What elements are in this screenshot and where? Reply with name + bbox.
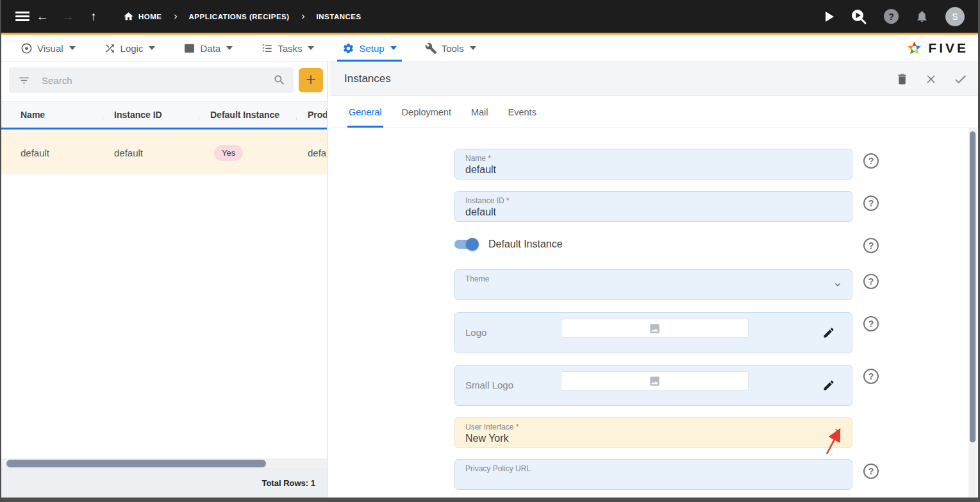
cell-instance-id: default	[103, 147, 199, 158]
plus-icon: +	[306, 71, 316, 88]
default-instance-row: Default Instance	[454, 234, 563, 255]
help-circle-icon[interactable]: ?	[863, 316, 879, 331]
vertical-scrollbar[interactable]	[968, 128, 977, 498]
detail-panel: Instances General Deployment Mail Events…	[330, 62, 978, 498]
field-label: Name *	[455, 149, 852, 163]
breadcrumb-home[interactable]: HOME	[123, 11, 162, 22]
menu-item-logic[interactable]: Logic	[103, 35, 157, 62]
help-circle-icon[interactable]: ?	[863, 369, 879, 384]
back-arrow-icon[interactable]: ←	[29, 10, 55, 24]
breadcrumb-item[interactable]: HOME	[138, 13, 162, 21]
search-box[interactable]	[9, 67, 294, 93]
small-logo-upload-box[interactable]	[561, 371, 749, 390]
help-circle-icon[interactable]: ?	[863, 238, 879, 253]
caret-down-icon	[149, 46, 155, 50]
tab-mail[interactable]: Mail	[471, 96, 488, 128]
chevron-down-icon[interactable]	[833, 425, 843, 435]
search-row: +	[1, 62, 327, 98]
help-circle-icon[interactable]: ?	[863, 464, 879, 479]
field-value: default	[455, 205, 852, 218]
help-circle-icon[interactable]: ?	[863, 196, 879, 211]
horizontal-scrollbar[interactable]	[1, 458, 327, 469]
caret-down-icon	[226, 46, 233, 50]
help-icon[interactable]: ?	[884, 9, 899, 24]
column-header-default-instance[interactable]: Default Instance	[199, 110, 296, 120]
menu-item-data[interactable]: Data	[182, 35, 234, 62]
field-value: New York	[455, 431, 852, 444]
help-circle-icon[interactable]: ?	[863, 274, 879, 289]
caret-down-icon	[308, 46, 314, 50]
privacy-policy-url-field[interactable]: Privacy Policy URL	[454, 459, 852, 490]
column-header-prod[interactable]: Prod	[296, 110, 327, 120]
default-instance-toggle[interactable]	[454, 240, 477, 249]
detail-header: Instances	[330, 62, 978, 96]
save-check-icon[interactable]	[953, 72, 968, 87]
instance-id-field[interactable]: Instance ID * default	[454, 191, 852, 222]
notifications-icon[interactable]	[915, 10, 929, 23]
window-scrollbar-bottom[interactable]	[0, 498, 980, 502]
tab-deployment[interactable]: Deployment	[402, 96, 451, 128]
logic-icon	[104, 42, 116, 54]
avatar[interactable]: S	[945, 7, 965, 26]
menu-item-setup[interactable]: Setup	[341, 35, 397, 62]
h-scrollbar-thumb[interactable]	[6, 460, 266, 467]
run-icon[interactable]	[826, 12, 834, 22]
edit-icon[interactable]	[822, 379, 835, 392]
ribbon-menu: Visual Logic Data Tasks Setup Tools	[0, 35, 980, 62]
setup-gear-icon	[342, 42, 354, 54]
menu-item-label: Data	[200, 43, 220, 54]
preview-icon[interactable]	[851, 8, 867, 25]
brand-wordmark: FIVE	[928, 40, 968, 56]
column-header-instance-id[interactable]: Instance ID	[103, 110, 199, 120]
field-label: User Interface *	[455, 418, 852, 431]
user-interface-select[interactable]: User Interface * New York	[454, 417, 852, 448]
tab-general[interactable]: General	[349, 96, 382, 128]
menu-item-label: Tasks	[278, 43, 302, 54]
brand-logo: FIVE	[906, 40, 980, 57]
close-icon[interactable]	[924, 72, 938, 86]
menu-icon[interactable]	[15, 9, 29, 23]
small-logo-field[interactable]: Small Logo	[454, 365, 852, 406]
breadcrumb-chevron-icon	[299, 12, 308, 21]
up-arrow-icon[interactable]: ↑	[81, 10, 106, 24]
topbar-accent-bar	[0, 33, 980, 35]
chevron-down-icon[interactable]	[833, 280, 843, 290]
help-circle-icon[interactable]: ?	[863, 153, 879, 169]
v-scrollbar-thumb[interactable]	[970, 131, 976, 442]
breadcrumb-item[interactable]: APPLICATIONS (RECIPES)	[189, 13, 290, 21]
image-placeholder-icon	[649, 322, 661, 335]
field-label: Theme	[455, 270, 852, 283]
menu-item-label: Tools	[442, 43, 464, 54]
forward-arrow-icon: →	[55, 10, 81, 24]
delete-icon[interactable]	[895, 72, 909, 86]
column-header-name[interactable]: Name	[1, 110, 103, 120]
edit-icon[interactable]	[822, 326, 835, 339]
logo-upload-box[interactable]	[561, 319, 749, 338]
tab-events[interactable]: Events	[508, 96, 536, 128]
menu-item-visual[interactable]: Visual	[19, 35, 77, 62]
records-panel: + Name Instance ID Default Instance Prod…	[1, 62, 328, 498]
logo-field[interactable]: Logo	[454, 312, 852, 353]
home-icon	[123, 11, 134, 22]
page-title: Instances	[344, 72, 391, 85]
cell-default-instance: Yes	[199, 145, 296, 161]
search-icon[interactable]	[273, 74, 286, 87]
search-input[interactable]	[42, 75, 273, 86]
filter-icon[interactable]	[18, 74, 30, 87]
menu-item-label: Logic	[120, 43, 144, 54]
cell-production: default	[296, 147, 327, 158]
name-field[interactable]: Name * default	[454, 149, 852, 180]
theme-select[interactable]: Theme	[454, 269, 852, 300]
table-row[interactable]: default default Yes default	[1, 131, 327, 174]
menu-item-tools[interactable]: Tools	[424, 35, 478, 62]
table-header: Name Instance ID Default Instance Prod	[1, 101, 327, 130]
field-value: default	[455, 163, 852, 176]
menu-item-label: Setup	[359, 43, 384, 54]
caret-down-icon	[470, 46, 476, 50]
toggle-knob	[466, 238, 479, 251]
data-icon	[183, 42, 195, 54]
add-record-button[interactable]: +	[299, 68, 323, 92]
menu-item-tasks[interactable]: Tasks	[260, 35, 315, 62]
image-placeholder-icon	[649, 375, 661, 387]
breadcrumb-item[interactable]: INSTANCES	[317, 13, 361, 21]
